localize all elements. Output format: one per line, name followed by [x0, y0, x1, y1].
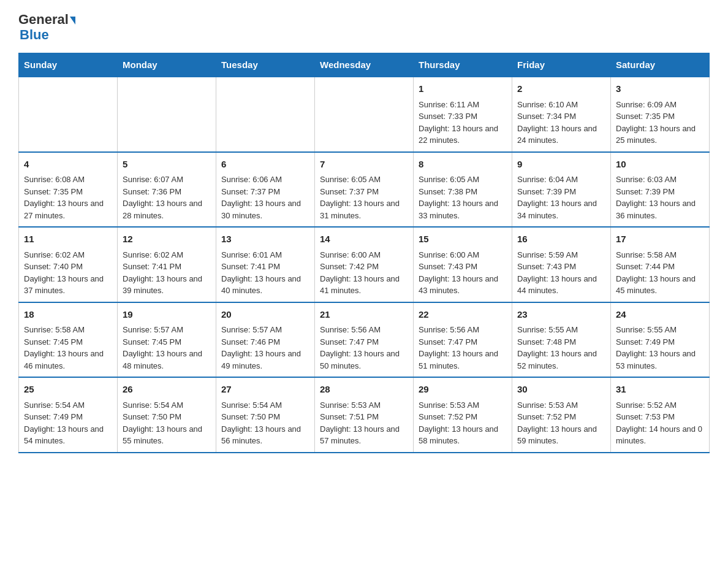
- day-number: 17: [616, 232, 704, 247]
- day-info: Daylight: 13 hours and 53 minutes.: [616, 348, 704, 372]
- day-info: Daylight: 13 hours and 52 minutes.: [517, 348, 605, 372]
- day-info: Sunset: 7:34 PM: [517, 110, 605, 123]
- day-info: Daylight: 13 hours and 24 minutes.: [517, 123, 605, 147]
- calendar-cell: 1Sunrise: 6:11 AMSunset: 7:33 PMDaylight…: [414, 77, 512, 152]
- day-info: Daylight: 13 hours and 45 minutes.: [616, 273, 704, 297]
- calendar-cell: 8Sunrise: 6:05 AMSunset: 7:38 PMDaylight…: [414, 152, 512, 228]
- day-number: 21: [320, 308, 408, 322]
- calendar-cell: 5Sunrise: 6:07 AMSunset: 7:36 PMDaylight…: [118, 152, 216, 228]
- day-number: 12: [123, 232, 211, 247]
- day-info: Daylight: 13 hours and 48 minutes.: [123, 348, 211, 372]
- week-row-3: 11Sunrise: 6:02 AMSunset: 7:40 PMDayligh…: [19, 227, 710, 302]
- day-info: Sunrise: 5:56 AM: [419, 324, 507, 336]
- day-info: Sunset: 7:49 PM: [616, 336, 704, 348]
- logo-blue: Blue: [20, 27, 49, 42]
- day-info: Sunrise: 6:05 AM: [419, 174, 507, 186]
- calendar-cell: 17Sunrise: 5:58 AMSunset: 7:44 PMDayligh…: [611, 227, 710, 302]
- calendar-cell: 7Sunrise: 6:05 AMSunset: 7:37 PMDaylight…: [315, 152, 414, 228]
- day-info: Sunset: 7:47 PM: [320, 336, 408, 348]
- day-info: Sunrise: 5:55 AM: [616, 324, 704, 336]
- day-info: Sunrise: 5:52 AM: [616, 399, 704, 412]
- calendar-cell: 26Sunrise: 5:54 AMSunset: 7:50 PMDayligh…: [118, 377, 216, 453]
- calendar-body: 1Sunrise: 6:11 AMSunset: 7:33 PMDaylight…: [19, 77, 710, 453]
- calendar-cell: 23Sunrise: 5:55 AMSunset: 7:48 PMDayligh…: [512, 302, 611, 378]
- calendar-cell: 4Sunrise: 6:08 AMSunset: 7:35 PMDaylight…: [19, 152, 118, 228]
- calendar-cell: 6Sunrise: 6:06 AMSunset: 7:37 PMDaylight…: [216, 152, 315, 228]
- day-number: 8: [419, 158, 507, 172]
- calendar-cell: 15Sunrise: 6:00 AMSunset: 7:43 PMDayligh…: [414, 227, 512, 302]
- calendar-cell: 31Sunrise: 5:52 AMSunset: 7:53 PMDayligh…: [611, 377, 710, 453]
- calendar-cell: 3Sunrise: 6:09 AMSunset: 7:35 PMDaylight…: [611, 77, 710, 152]
- day-info: Sunrise: 5:54 AM: [24, 399, 112, 412]
- calendar-cell: [315, 77, 414, 152]
- day-info: Sunset: 7:35 PM: [616, 110, 704, 123]
- day-info: Sunrise: 5:56 AM: [320, 324, 408, 336]
- day-number: 22: [419, 308, 507, 322]
- day-number: 26: [123, 383, 211, 397]
- day-info: Daylight: 13 hours and 34 minutes.: [517, 197, 605, 221]
- day-number: 27: [221, 383, 309, 397]
- day-info: Sunrise: 5:57 AM: [123, 324, 211, 336]
- weekday-header-saturday: Saturday: [611, 53, 710, 77]
- day-info: Sunrise: 6:08 AM: [24, 174, 112, 186]
- day-number: 3: [616, 82, 704, 96]
- day-info: Daylight: 13 hours and 31 minutes.: [320, 197, 408, 221]
- day-info: Sunrise: 5:53 AM: [517, 399, 605, 412]
- day-info: Sunrise: 6:06 AM: [221, 174, 309, 186]
- calendar-cell: 19Sunrise: 5:57 AMSunset: 7:45 PMDayligh…: [118, 302, 216, 378]
- day-info: Sunrise: 5:54 AM: [123, 399, 211, 412]
- weekday-header-thursday: Thursday: [414, 53, 512, 77]
- week-row-2: 4Sunrise: 6:08 AMSunset: 7:35 PMDaylight…: [19, 152, 710, 228]
- day-info: Sunrise: 6:02 AM: [123, 249, 211, 261]
- day-info: Sunrise: 6:09 AM: [616, 99, 704, 111]
- day-number: 15: [419, 232, 507, 247]
- day-info: Sunset: 7:48 PM: [517, 336, 605, 348]
- weekday-header-friday: Friday: [512, 53, 611, 77]
- day-info: Daylight: 13 hours and 54 minutes.: [24, 423, 112, 447]
- day-number: 19: [123, 308, 211, 322]
- day-number: 11: [24, 232, 112, 247]
- day-info: Sunset: 7:39 PM: [616, 186, 704, 198]
- day-info: Daylight: 13 hours and 58 minutes.: [419, 423, 507, 447]
- day-info: Sunset: 7:41 PM: [123, 261, 211, 273]
- day-info: Sunset: 7:45 PM: [123, 336, 211, 348]
- day-info: Daylight: 13 hours and 41 minutes.: [320, 273, 408, 297]
- calendar-cell: 11Sunrise: 6:02 AMSunset: 7:40 PMDayligh…: [19, 227, 118, 302]
- day-number: 23: [517, 308, 605, 322]
- day-info: Sunset: 7:45 PM: [24, 336, 112, 348]
- day-number: 30: [517, 383, 605, 397]
- weekday-header-monday: Monday: [118, 53, 216, 77]
- day-info: Sunset: 7:52 PM: [517, 411, 605, 423]
- calendar-header: SundayMondayTuesdayWednesdayThursdayFrid…: [19, 53, 710, 77]
- day-info: Sunset: 7:50 PM: [221, 411, 309, 423]
- day-number: 2: [517, 82, 605, 96]
- day-number: 4: [24, 158, 112, 172]
- day-info: Sunset: 7:46 PM: [221, 336, 309, 348]
- calendar-cell: [19, 77, 118, 152]
- day-number: 25: [24, 383, 112, 397]
- day-info: Daylight: 13 hours and 22 minutes.: [419, 123, 507, 147]
- day-info: Sunset: 7:41 PM: [221, 261, 309, 273]
- calendar-cell: 2Sunrise: 6:10 AMSunset: 7:34 PMDaylight…: [512, 77, 611, 152]
- calendar-cell: 28Sunrise: 5:53 AMSunset: 7:51 PMDayligh…: [315, 377, 414, 453]
- day-number: 16: [517, 232, 605, 247]
- day-info: Daylight: 13 hours and 37 minutes.: [24, 273, 112, 297]
- day-info: Sunset: 7:52 PM: [419, 411, 507, 423]
- day-number: 14: [320, 232, 408, 247]
- day-info: Sunset: 7:47 PM: [419, 336, 507, 348]
- day-info: Sunrise: 5:55 AM: [517, 324, 605, 336]
- calendar-cell: 16Sunrise: 5:59 AMSunset: 7:43 PMDayligh…: [512, 227, 611, 302]
- day-number: 29: [419, 383, 507, 397]
- day-number: 20: [221, 308, 309, 322]
- day-info: Sunset: 7:49 PM: [24, 411, 112, 423]
- day-info: Sunrise: 5:53 AM: [419, 399, 507, 412]
- day-info: Sunset: 7:50 PM: [123, 411, 211, 423]
- day-info: Sunset: 7:42 PM: [320, 261, 408, 273]
- weekday-header-wednesday: Wednesday: [315, 53, 414, 77]
- day-info: Daylight: 13 hours and 30 minutes.: [221, 197, 309, 221]
- day-info: Sunrise: 6:07 AM: [123, 174, 211, 186]
- day-info: Sunset: 7:44 PM: [616, 261, 704, 273]
- day-info: Sunrise: 6:10 AM: [517, 99, 605, 111]
- weekday-header-sunday: Sunday: [19, 53, 118, 77]
- day-info: Daylight: 13 hours and 55 minutes.: [123, 423, 211, 447]
